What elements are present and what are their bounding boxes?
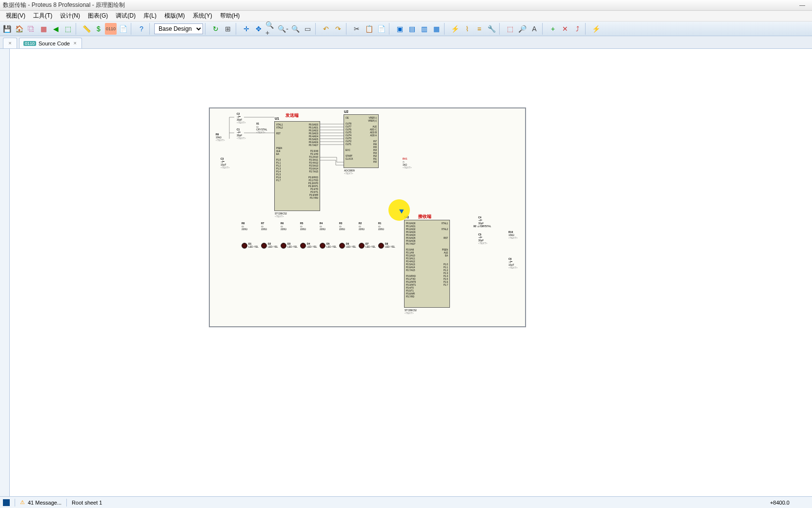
res-r8[interactable]: R8▭220Ω bbox=[242, 222, 247, 231]
status-bar: ⚠ 41 Message... Root sheet 1 +8400.0 bbox=[0, 496, 812, 508]
led-d1[interactable] bbox=[242, 243, 247, 249]
source-code-badge-icon: 0110 bbox=[23, 41, 36, 46]
main-toolbar: 💾 🏠 ⿻ ▦ ◀ ⬚ 📏 $ 0110 📄 ? Base Design ↻ ⊞… bbox=[0, 21, 812, 36]
zoom-out-icon[interactable]: 🔍- bbox=[277, 23, 289, 35]
play-button[interactable] bbox=[3, 499, 10, 506]
menu-tools[interactable]: 工具(T) bbox=[29, 11, 56, 21]
menu-template[interactable]: 模版(M) bbox=[161, 11, 189, 21]
led-d6[interactable] bbox=[339, 243, 345, 249]
cap-c5[interactable]: C5⊣⊢30pF<TEXT> bbox=[478, 233, 487, 245]
document-tabbar: × 0110 Source Code × bbox=[0, 36, 812, 49]
led-label-d7: D7LED-YEL bbox=[365, 242, 376, 248]
wire-icon[interactable]: ⌇ bbox=[461, 23, 473, 35]
sheet-name[interactable]: Root sheet 1 bbox=[72, 500, 102, 506]
menu-debug[interactable]: 调试(D) bbox=[112, 11, 140, 21]
led-d8[interactable] bbox=[378, 243, 384, 249]
window-title: 数据传输 - Proteus 8 Professional - 原理图绘制 bbox=[3, 1, 125, 9]
pot-rv1[interactable]: RV1◇1kΩ<TEXT> bbox=[403, 157, 412, 169]
zoom-in-icon[interactable]: 🔍+ bbox=[265, 23, 277, 35]
res-r7[interactable]: R7▭220Ω bbox=[261, 222, 267, 231]
menu-design[interactable]: 设计(N) bbox=[56, 11, 84, 21]
res-r10[interactable]: R1010kΩ<TEXT> bbox=[508, 231, 518, 239]
chip-u1[interactable]: U1 XTAL1XTAL2 RST PSENALEEA P1.0P1.1P1.2… bbox=[274, 121, 320, 211]
pan-icon[interactable]: ✥ bbox=[253, 23, 264, 35]
block-copy-icon[interactable]: ▣ bbox=[394, 23, 406, 35]
nav-back-icon[interactable]: ◀ bbox=[50, 23, 61, 35]
zoom-area-icon[interactable]: ⬚ bbox=[62, 23, 74, 35]
cap-c3[interactable]: C3⊣⊢10µF<TEXT> bbox=[221, 157, 230, 169]
ruler-icon[interactable]: 📏 bbox=[81, 23, 92, 35]
copy-icon[interactable]: 📋 bbox=[363, 23, 375, 35]
res-r6[interactable]: R6▭220Ω bbox=[281, 222, 286, 231]
block-rotate-icon[interactable]: ▥ bbox=[418, 23, 430, 35]
paste-icon[interactable]: 📄 bbox=[375, 23, 387, 35]
xtal-x2[interactable]: X2 ▭ CRYSTAL bbox=[473, 225, 491, 228]
tab-source-code[interactable]: 0110 Source Code × bbox=[19, 38, 82, 48]
led-d2[interactable] bbox=[261, 243, 267, 249]
zoom-sheet-icon[interactable]: ▭ bbox=[302, 23, 313, 35]
bus-icon[interactable]: ≡ bbox=[473, 23, 485, 35]
led-label-d2: D2LED-YEL bbox=[268, 242, 278, 248]
cap-c6[interactable]: C6⊣⊢10µF<TEXT> bbox=[508, 257, 518, 269]
chip-u3[interactable]: U3 P0.0/AD0P0.1/AD1P0.2/AD2P0.3/AD3P0.4/… bbox=[404, 220, 450, 308]
led-d5[interactable] bbox=[320, 243, 325, 249]
tab-schematic[interactable]: × bbox=[3, 38, 17, 48]
del-sheet-icon[interactable]: ✕ bbox=[559, 23, 571, 35]
led-label-d6: D6LED-YEL bbox=[346, 242, 356, 248]
close-icon[interactable]: × bbox=[72, 41, 78, 46]
binary-icon[interactable]: 0110 bbox=[105, 23, 117, 35]
led-label-d3: D3LED-YEL bbox=[287, 242, 298, 248]
origin-icon[interactable]: ✛ bbox=[241, 23, 252, 35]
variant-select[interactable]: Base Design bbox=[154, 23, 203, 34]
schematic-icon[interactable]: ⿻ bbox=[25, 23, 37, 35]
cap-c2[interactable]: C2⊣⊢30pF<TEXT> bbox=[237, 112, 246, 124]
block-delete-icon[interactable]: ▦ bbox=[430, 23, 442, 35]
workarea: 发送端 接收端 U1 XTAL1XTAL2 RST PSENALEEA P1.0… bbox=[0, 49, 812, 496]
help-icon[interactable]: ? bbox=[136, 23, 147, 35]
led-d7[interactable] bbox=[359, 243, 365, 249]
menu-system[interactable]: 系统(Y) bbox=[189, 11, 216, 21]
new-sheet-icon[interactable]: + bbox=[547, 23, 559, 35]
undo-icon[interactable]: ↶ bbox=[320, 23, 332, 35]
pcb-icon[interactable]: ▦ bbox=[38, 23, 49, 35]
u2-text: <TEXT> bbox=[344, 172, 353, 175]
side-panel bbox=[0, 49, 10, 496]
dollar-icon[interactable]: $ bbox=[93, 23, 104, 35]
pick-icon[interactable]: ⚡ bbox=[449, 23, 461, 35]
chip-u2[interactable]: U2 OE OUT8OUT7OUT6OUT5OUT4OUT3OUT2OUT1 E… bbox=[344, 114, 379, 168]
messages-count[interactable]: 41 Message... bbox=[28, 500, 61, 506]
menu-library[interactable]: 库(L) bbox=[140, 11, 161, 21]
zoom-fit-icon[interactable]: 🔍 bbox=[289, 23, 301, 35]
grid-icon[interactable]: ⊞ bbox=[222, 23, 234, 35]
menu-view[interactable]: 视图(V) bbox=[2, 11, 29, 21]
res-r9[interactable]: R910kΩ<TEXT> bbox=[216, 133, 225, 142]
search-icon[interactable]: 🔎 bbox=[516, 23, 528, 35]
u1-text: <TEXT> bbox=[275, 215, 284, 218]
res-r2[interactable]: R2▭220Ω bbox=[359, 222, 365, 231]
res-r5[interactable]: R5▭220Ω bbox=[300, 222, 306, 231]
simulation-icon[interactable]: ⚡ bbox=[590, 23, 602, 35]
package-icon[interactable]: ⬚ bbox=[504, 23, 516, 35]
save-icon[interactable]: 💾 bbox=[1, 23, 13, 35]
cap-c1[interactable]: C1⊣⊢30pF<TEXT> bbox=[237, 128, 246, 140]
property-icon[interactable]: A bbox=[528, 23, 540, 35]
menu-help[interactable]: 帮助(H) bbox=[216, 11, 244, 21]
led-d3[interactable] bbox=[281, 243, 286, 249]
redo-icon[interactable]: ↷ bbox=[332, 23, 344, 35]
res-r3[interactable]: R3▭220Ω bbox=[339, 222, 345, 231]
tools-icon[interactable]: 🔧 bbox=[486, 23, 497, 35]
xtal-x1[interactable]: X1▭CRYSTAL<TEXT> bbox=[256, 122, 267, 134]
res-r4[interactable]: R4▭220Ω bbox=[320, 222, 325, 231]
menu-graph[interactable]: 图表(G) bbox=[84, 11, 112, 21]
block-move-icon[interactable]: ▤ bbox=[406, 23, 418, 35]
minimize-icon[interactable]: — bbox=[795, 2, 809, 9]
close-icon[interactable]: × bbox=[7, 41, 13, 46]
cut-icon[interactable]: ✂ bbox=[351, 23, 363, 35]
home-icon[interactable]: 🏠 bbox=[13, 23, 25, 35]
report-icon[interactable]: 📄 bbox=[117, 23, 129, 35]
schematic-canvas[interactable]: 发送端 接收端 U1 XTAL1XTAL2 RST PSENALEEA P1.0… bbox=[20, 49, 812, 496]
exit-sheet-icon[interactable]: ⤴ bbox=[571, 23, 583, 35]
refresh-icon[interactable]: ↻ bbox=[210, 23, 222, 35]
res-r1[interactable]: R1▭220Ω bbox=[378, 222, 384, 231]
led-d4[interactable] bbox=[300, 243, 306, 249]
